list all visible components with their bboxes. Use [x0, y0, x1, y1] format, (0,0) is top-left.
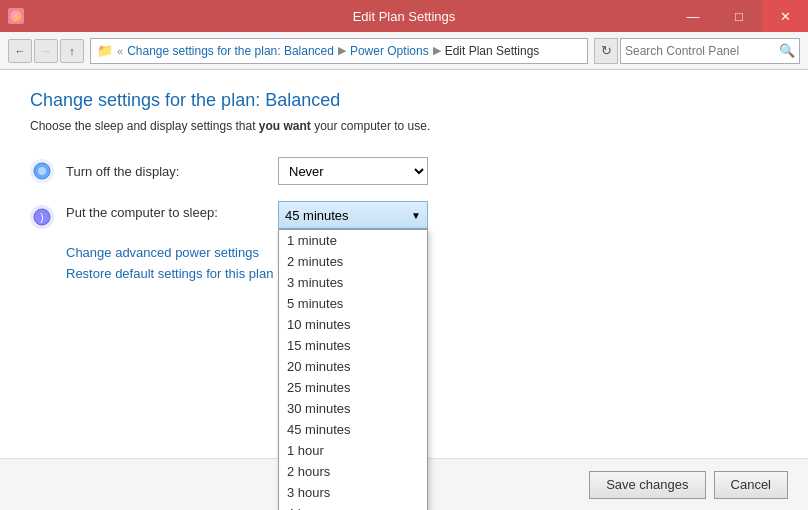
sleep-dropdown-list[interactable]: 1 minute2 minutes3 minutes5 minutes10 mi…: [278, 229, 428, 510]
sleep-option[interactable]: 10 minutes: [279, 314, 427, 335]
dropdown-arrow-icon: ▼: [411, 210, 421, 221]
search-icon: 🔍: [779, 43, 795, 58]
folder-icon: 📁: [97, 43, 113, 58]
minimize-button[interactable]: —: [670, 0, 716, 32]
display-dropdown[interactable]: Never: [278, 157, 428, 185]
breadcrumb-power[interactable]: Power Options: [350, 44, 429, 58]
sleep-option[interactable]: 30 minutes: [279, 398, 427, 419]
sleep-icon: ): [30, 205, 54, 229]
close-button[interactable]: ✕: [762, 0, 808, 32]
display-row: Turn off the display: Never: [30, 157, 778, 185]
address-bar: 📁 « Change settings for the plan: Balanc…: [90, 38, 588, 64]
title-bar-controls: — □ ✕: [670, 0, 808, 32]
app-icon: ⚡: [8, 8, 24, 24]
sleep-option[interactable]: 2 minutes: [279, 251, 427, 272]
refresh-button[interactable]: ↻: [594, 38, 618, 64]
search-input[interactable]: [625, 44, 775, 58]
svg-point-3: [38, 167, 46, 175]
save-button[interactable]: Save changes: [589, 471, 705, 499]
sleep-option[interactable]: 1 minute: [279, 230, 427, 251]
sleep-option[interactable]: 3 hours: [279, 482, 427, 503]
back-button[interactable]: ←: [8, 39, 32, 63]
svg-text:⚡: ⚡: [11, 11, 23, 23]
content-area: Change settings for the plan: Balanced C…: [0, 70, 808, 510]
cancel-button[interactable]: Cancel: [714, 471, 788, 499]
sleep-selected-value: 45 minutes: [285, 208, 349, 223]
sleep-option[interactable]: 2 hours: [279, 461, 427, 482]
breadcrumb-current: Edit Plan Settings: [445, 44, 540, 58]
maximize-button[interactable]: □: [716, 0, 762, 32]
sleep-dropdown-container[interactable]: 45 minutes ▼ 1 minute2 minutes3 minutes5…: [278, 201, 428, 229]
sleep-option[interactable]: 25 minutes: [279, 377, 427, 398]
svg-text:): ): [40, 212, 43, 223]
sleep-row: ) Put the computer to sleep: 45 minutes …: [30, 201, 778, 229]
page-title: Change settings for the plan: Balanced: [30, 90, 778, 111]
sleep-option[interactable]: 3 minutes: [279, 272, 427, 293]
breadcrumb-arrow-1: ▶: [338, 44, 346, 57]
display-label: Turn off the display:: [66, 164, 266, 179]
up-button[interactable]: ↑: [60, 39, 84, 63]
sleep-label: Put the computer to sleep:: [66, 205, 266, 220]
nav-bar: ← → ↑ 📁 « Change settings for the plan: …: [0, 32, 808, 70]
sleep-option[interactable]: 5 minutes: [279, 293, 427, 314]
sleep-option[interactable]: 45 minutes: [279, 419, 427, 440]
breadcrumb-sep-1: «: [117, 45, 123, 57]
display-icon: [30, 159, 54, 183]
title-bar-left: ⚡: [8, 8, 24, 24]
page-subtitle: Choose the sleep and display settings th…: [30, 119, 778, 133]
sleep-option[interactable]: 15 minutes: [279, 335, 427, 356]
title-bar: ⚡ Edit Plan Settings — □ ✕: [0, 0, 808, 32]
breadcrumb-arrow-2: ▶: [433, 44, 441, 57]
breadcrumb-hardware[interactable]: Change settings for the plan: Balanced: [127, 44, 334, 58]
sleep-option[interactable]: 4 hours: [279, 503, 427, 510]
search-box[interactable]: 🔍: [620, 38, 800, 64]
forward-button[interactable]: →: [34, 39, 58, 63]
sleep-dropdown-trigger[interactable]: 45 minutes ▼: [278, 201, 428, 229]
sleep-option[interactable]: 1 hour: [279, 440, 427, 461]
sleep-option[interactable]: 20 minutes: [279, 356, 427, 377]
